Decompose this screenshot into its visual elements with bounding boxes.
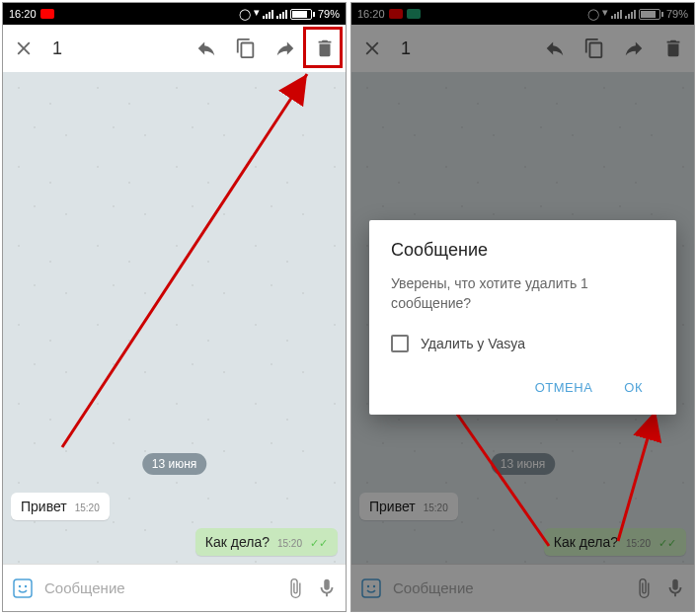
- dialog-body: Уверены, что хотите удалить 1 сообщение?: [391, 274, 655, 313]
- message-text: Привет: [21, 499, 67, 514]
- forward-icon[interactable]: [274, 38, 296, 59]
- svg-point-6: [373, 584, 375, 586]
- mic-icon[interactable]: [316, 578, 338, 599]
- read-checks-icon: ✓✓: [310, 537, 328, 550]
- signal-icon-2: [276, 9, 287, 19]
- svg-rect-0: [14, 579, 32, 597]
- status-time: 16:20: [9, 8, 37, 20]
- copy-icon[interactable]: [235, 38, 257, 59]
- sticker-icon: [359, 577, 383, 600]
- mic-icon: [664, 578, 686, 599]
- screen-right: 16:20 ◯ ▾ 79% 1 13 июня Привет15:20 Как …: [350, 2, 695, 612]
- reply-icon[interactable]: [195, 38, 217, 59]
- reply-icon: [544, 38, 566, 59]
- message-time: 15:20: [75, 502, 100, 513]
- message-text: Как дела?: [205, 534, 270, 550]
- ok-button[interactable]: ОК: [612, 372, 655, 403]
- message-input: Сообщение: [393, 579, 623, 596]
- sync-icon: ◯: [239, 8, 251, 21]
- attach-icon: [633, 578, 655, 599]
- input-bar: Сообщение: [3, 564, 346, 611]
- wifi-icon: ▾: [254, 9, 260, 19]
- dialog-title: Сообщение: [391, 240, 655, 261]
- chat-area: 13 июня Привет15:20 Как дела?15:20✓✓: [3, 72, 346, 564]
- dim-layer: 1 13 июня Привет15:20 Как дела?15:20✓✓ С…: [351, 25, 694, 72]
- delete-icon[interactable]: [314, 38, 336, 59]
- delete-icon: [662, 38, 684, 59]
- delete-for-contact-check[interactable]: Удалить у Vasya: [391, 331, 655, 356]
- message-input[interactable]: Сообщение: [44, 579, 274, 596]
- status-bar: 16:20 ◯ ▾ 79%: [3, 3, 346, 25]
- svg-point-5: [367, 584, 369, 586]
- close-icon[interactable]: [13, 38, 35, 59]
- date-badge: 13 июня: [142, 453, 207, 475]
- selection-count: 1: [401, 38, 411, 59]
- check-label: Удалить у Vasya: [421, 336, 525, 351]
- message-in[interactable]: Привет15:20: [11, 493, 110, 520]
- checkbox-icon[interactable]: [391, 335, 409, 352]
- signal-icon: [263, 9, 273, 19]
- copy-icon: [583, 38, 605, 59]
- message-in: Привет15:20: [359, 493, 458, 520]
- svg-point-1: [19, 584, 21, 586]
- cancel-button[interactable]: ОТМЕНА: [523, 372, 605, 403]
- message-out: Как дела?15:20✓✓: [544, 528, 686, 556]
- battery-icon: [290, 9, 315, 20]
- battery-pct: 79%: [318, 8, 340, 20]
- message-out[interactable]: Как дела?15:20✓✓: [195, 528, 338, 556]
- sticker-icon[interactable]: [11, 577, 35, 600]
- close-icon: [361, 38, 383, 59]
- notif-icon: [40, 9, 54, 19]
- attach-icon[interactable]: [284, 578, 306, 599]
- input-bar: Сообщение: [351, 564, 694, 611]
- selection-appbar: 1: [351, 25, 694, 72]
- screen-left: 16:20 ◯ ▾ 79% 1 13 июня Привет15:20 Как …: [2, 2, 347, 612]
- confirm-dialog: Сообщение Уверены, что хотите удалить 1 …: [369, 220, 676, 415]
- forward-icon: [623, 38, 645, 59]
- selection-appbar: 1: [3, 25, 346, 72]
- selection-count: 1: [52, 38, 62, 59]
- svg-rect-4: [362, 579, 380, 597]
- read-checks-icon: ✓✓: [658, 537, 676, 550]
- date-badge: 13 июня: [491, 453, 556, 475]
- svg-point-2: [25, 584, 27, 586]
- message-time: 15:20: [277, 538, 302, 549]
